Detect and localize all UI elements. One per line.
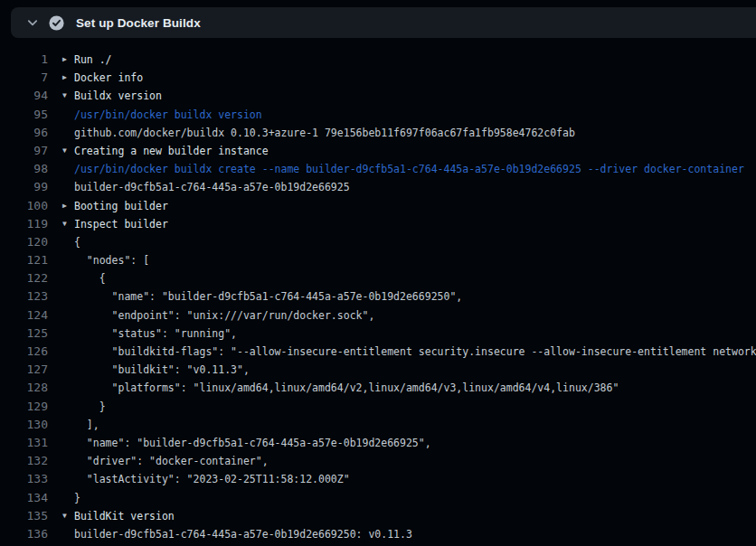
- log-group-line[interactable]: 119▼Inspect builder: [0, 215, 756, 233]
- log-line: 128 "platforms": "linux/amd64,linux/amd6…: [0, 379, 756, 397]
- log-group-line[interactable]: 7▶Docker info: [0, 69, 756, 87]
- log-line: 125 "status": "running",: [0, 325, 756, 343]
- group-expanded-icon[interactable]: ▼: [48, 215, 74, 233]
- log-text: {: [74, 269, 106, 287]
- arrow-spacer: [48, 379, 74, 397]
- arrow-spacer: [48, 233, 74, 251]
- log-group-line[interactable]: 1▶Run ./: [0, 51, 756, 69]
- line-number[interactable]: 100: [0, 197, 48, 215]
- line-number[interactable]: 94: [0, 87, 48, 105]
- group-title: Creating a new builder instance: [74, 142, 269, 160]
- arrow-spacer: [48, 470, 74, 488]
- log-line: 121 "nodes": [: [0, 251, 756, 269]
- group-title: Booting builder: [74, 197, 168, 215]
- group-title: Run ./: [74, 51, 112, 69]
- log-line: 122 {: [0, 269, 756, 287]
- line-number[interactable]: 97: [0, 142, 48, 160]
- log-group-line[interactable]: 100▶Booting builder: [0, 197, 756, 215]
- group-title: Inspect builder: [74, 215, 168, 233]
- line-number[interactable]: 130: [0, 416, 48, 434]
- log-line: 131 "name": "builder-d9cfb5a1-c764-445a-…: [0, 434, 756, 452]
- line-number[interactable]: 124: [0, 306, 48, 325]
- arrow-spacer: [48, 398, 74, 416]
- arrow-spacer: [48, 343, 74, 361]
- log-lines-container: 1▶Run ./7▶Docker info94▼Buildx version95…: [0, 51, 756, 543]
- log-line: 129 }: [0, 398, 756, 416]
- line-number[interactable]: 128: [0, 379, 48, 397]
- log-group-line[interactable]: 97▼Creating a new builder instance: [0, 142, 756, 160]
- line-number[interactable]: 136: [0, 525, 48, 543]
- line-number[interactable]: 7: [0, 69, 48, 87]
- check-circle-icon: [49, 15, 64, 31]
- group-collapsed-icon[interactable]: ▶: [48, 69, 74, 87]
- log-text: builder-d9cfb5a1-c764-445a-a57e-0b19d2e6…: [74, 525, 412, 543]
- group-expanded-icon[interactable]: ▼: [48, 142, 74, 160]
- line-number[interactable]: 99: [0, 178, 48, 196]
- line-number[interactable]: 121: [0, 251, 48, 269]
- log-line: 127 "buildkit": "v0.11.3",: [0, 361, 756, 379]
- arrow-spacer: [48, 489, 74, 507]
- log-text: }: [74, 398, 106, 416]
- arrow-spacer: [48, 106, 74, 124]
- arrow-spacer: [48, 525, 74, 543]
- log-line: 134}: [0, 489, 756, 507]
- group-collapsed-icon[interactable]: ▶: [48, 197, 74, 215]
- line-number[interactable]: 119: [0, 215, 48, 233]
- log-text: "lastActivity": "2023-02-25T11:58:12.000…: [74, 470, 350, 488]
- line-number[interactable]: 122: [0, 269, 48, 287]
- log-group-line[interactable]: 135▼BuildKit version: [0, 507, 756, 525]
- log-text: "name": "builder-d9cfb5a1-c764-445a-a57e…: [74, 434, 431, 452]
- log-line: 130 ],: [0, 416, 756, 434]
- log-group-line[interactable]: 94▼Buildx version: [0, 87, 756, 105]
- line-number[interactable]: 96: [0, 124, 48, 142]
- group-expanded-icon[interactable]: ▼: [48, 507, 74, 525]
- log-text: "name": "builder-d9cfb5a1-c764-445a-a57e…: [74, 287, 462, 306]
- line-number[interactable]: 131: [0, 434, 48, 452]
- line-number[interactable]: 134: [0, 489, 48, 507]
- log-line: 124 "endpoint": "unix:///var/run/docker.…: [0, 306, 756, 325]
- step-title: Set up Docker Buildx: [76, 16, 201, 30]
- line-number[interactable]: 127: [0, 361, 48, 379]
- group-title: Buildx version: [74, 87, 162, 105]
- log-text: builder-d9cfb5a1-c764-445a-a57e-0b19d2e6…: [74, 178, 350, 196]
- command-text: /usr/bin/docker buildx create --name bui…: [74, 160, 744, 178]
- arrow-spacer: [48, 361, 74, 379]
- log-text: "endpoint": "unix:///var/run/docker.sock…: [74, 306, 374, 325]
- line-number[interactable]: 125: [0, 325, 48, 343]
- group-expanded-icon[interactable]: ▼: [48, 87, 74, 105]
- arrow-spacer: [48, 160, 74, 178]
- log-line: 126 "buildkitd-flags": "--allow-insecure…: [0, 343, 756, 361]
- log-line: 95/usr/bin/docker buildx version: [0, 106, 756, 124]
- line-number[interactable]: 123: [0, 287, 48, 306]
- group-title: BuildKit version: [74, 507, 175, 525]
- log-text: {: [74, 233, 80, 251]
- log-text: "buildkit": "v0.11.3",: [74, 361, 250, 379]
- log-text: "buildkitd-flags": "--allow-insecure-ent…: [74, 343, 756, 361]
- line-number[interactable]: 135: [0, 507, 48, 525]
- log-line: 96github.com/docker/buildx 0.10.3+azure-…: [0, 124, 756, 142]
- arrow-spacer: [48, 306, 74, 325]
- arrow-spacer: [48, 124, 74, 142]
- arrow-spacer: [48, 434, 74, 452]
- log-line: 98/usr/bin/docker buildx create --name b…: [0, 160, 756, 178]
- log-text: github.com/docker/buildx 0.10.3+azure-1 …: [74, 124, 575, 142]
- group-collapsed-icon[interactable]: ▶: [48, 51, 74, 69]
- arrow-spacer: [48, 325, 74, 343]
- line-number[interactable]: 98: [0, 160, 48, 178]
- log-text: "nodes": [: [74, 251, 149, 269]
- line-number[interactable]: 133: [0, 470, 48, 488]
- line-number[interactable]: 126: [0, 343, 48, 361]
- line-number[interactable]: 1: [0, 51, 48, 69]
- log-text: }: [74, 489, 80, 507]
- log-line: 120{: [0, 233, 756, 251]
- line-number[interactable]: 120: [0, 233, 48, 251]
- arrow-spacer: [48, 269, 74, 287]
- step-header[interactable]: Set up Docker Buildx: [11, 7, 756, 38]
- log-text: ],: [74, 416, 99, 434]
- arrow-spacer: [48, 452, 74, 470]
- line-number[interactable]: 132: [0, 452, 48, 470]
- line-number[interactable]: 95: [0, 106, 48, 124]
- arrow-spacer: [48, 287, 74, 306]
- chevron-down-icon[interactable]: [25, 15, 40, 30]
- line-number[interactable]: 129: [0, 398, 48, 416]
